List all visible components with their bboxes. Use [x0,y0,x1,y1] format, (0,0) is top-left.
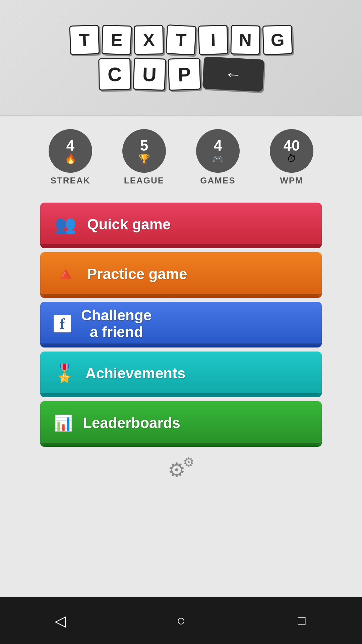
facebook-icon: f [54,315,71,332]
stats-section: 4 🔥 STREAK 5 🏆 LEAGUE 4 🎮 GAMES 40 ⏱ W [0,116,362,199]
main-container: T E X T I N G C U P 4 🔥 STREAK [0,0,362,597]
settings-section[interactable]: ⚙ ⚙ [168,455,194,482]
games-label: GAMES [200,175,235,186]
stat-circle-streak: 4 🔥 [49,129,92,173]
practice-game-button[interactable]: 🔺 Practice game [40,252,322,296]
nav-recents-button[interactable] [288,607,315,634]
stat-circle-wpm: 40 ⏱ [270,129,313,173]
leaderboards-label: Leaderboards [83,415,180,431]
logo-tile-u: U [133,57,166,91]
achievements-label: Achievements [85,365,185,382]
quick-game-icon: 👥 [54,214,77,235]
logo-tile-p: P [168,57,201,91]
games-icon: 🎮 [212,154,224,164]
logo-tile-g: G [262,24,293,55]
streak-label: STREAK [51,175,90,186]
logo-tile-e: E [101,24,132,55]
challenge-friend-label: Challengea friend [81,307,152,340]
practice-game-label: Practice game [87,266,187,282]
league-value: 5 [140,138,148,153]
logo-row-2: C U P [99,58,263,90]
logo-tile-n: N [230,25,260,55]
stat-streak: 4 🔥 STREAK [49,129,92,186]
nav-back-button[interactable] [47,607,74,634]
settings-icon-group[interactable]: ⚙ ⚙ [168,455,194,482]
quick-game-button[interactable]: 👥 Quick game [40,203,322,246]
league-label: LEAGUE [124,175,164,186]
challenge-friend-button[interactable]: f Challengea friend [40,302,322,345]
achievements-icon: 🎖️ [54,363,75,384]
wpm-value: 40 [284,138,300,153]
nav-home-button[interactable] [168,607,194,634]
buttons-section: 👥 Quick game 🔺 Practice game f Challenge… [0,203,362,445]
streak-icon: 🔥 [65,154,76,164]
wpm-label: WPM [280,175,303,186]
wpm-icon: ⏱ [287,154,296,164]
stat-wpm: 40 ⏱ WPM [270,129,313,186]
achievements-button[interactable]: 🎖️ Achievements [40,352,322,395]
logo-tile-c: C [98,58,131,91]
league-icon: 🏆 [138,154,150,164]
stat-games: 4 🎮 GAMES [196,129,240,186]
games-value: 4 [214,138,222,153]
logo-wrapper: T E X T I N G C U P [70,25,292,90]
practice-game-icon: 🔺 [54,264,77,284]
stat-league: 5 🏆 LEAGUE [122,129,166,186]
logo-section: T E X T I N G C U P [0,0,362,116]
logo-tile-t2: T [166,24,196,55]
gear-small-icon: ⚙ [183,455,194,470]
logo-tile-i: I [198,24,228,55]
leaderboards-icon: 📊 [54,414,73,432]
leaderboards-button[interactable]: 📊 Leaderboards [40,401,322,445]
streak-value: 4 [66,138,74,153]
logo-tile-t: T [69,24,100,55]
stat-circle-league: 5 🏆 [122,129,166,173]
logo-tile-x: X [134,25,164,55]
logo-arrow [202,56,264,92]
quick-game-label: Quick game [87,216,171,233]
stat-circle-games: 4 🎮 [196,129,240,173]
nav-bar [0,597,362,644]
logo-row-1: T E X T I N G [70,25,292,55]
